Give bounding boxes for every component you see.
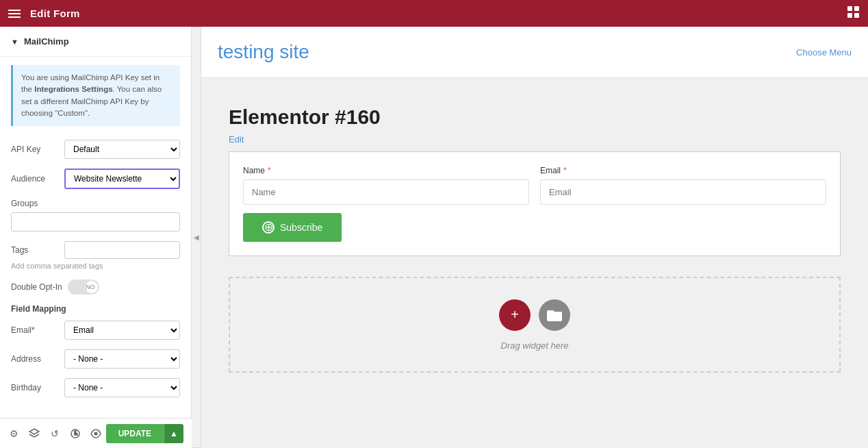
bottom-icons: ⚙ ↺ bbox=[8, 428, 101, 439]
sidebar: ▼ MailChimp You are using MailChimp API … bbox=[0, 27, 192, 448]
chevron-down-icon: ▼ bbox=[11, 38, 18, 46]
mailchimp-section-header: ▼ MailChimp bbox=[0, 27, 191, 57]
audience-row: Audience Website Newslette bbox=[11, 169, 180, 189]
svg-rect-0 bbox=[847, 6, 852, 11]
hamburger-icon[interactable] bbox=[8, 10, 21, 18]
settings-icon[interactable]: ⚙ bbox=[8, 428, 19, 439]
svg-rect-7 bbox=[75, 434, 77, 435]
folder-button[interactable] bbox=[539, 299, 570, 331]
info-box: You are using MailChimp API Key set in t… bbox=[11, 65, 180, 126]
groups-label: Groups bbox=[11, 199, 180, 208]
bottom-toolbar: ⚙ ↺ UPDATE ▲ bbox=[0, 418, 192, 448]
api-key-row: API Key Default bbox=[11, 140, 180, 159]
double-optin-toggle[interactable]: NO bbox=[68, 279, 99, 295]
update-button[interactable]: UPDATE bbox=[106, 424, 164, 443]
birthday-mapping-row: Birthday - None - bbox=[11, 378, 180, 397]
site-title: testing site bbox=[218, 41, 309, 63]
info-bold: Integrations Settings bbox=[34, 85, 112, 93]
name-field: Name * bbox=[243, 166, 529, 205]
tags-input[interactable] bbox=[64, 241, 180, 259]
edit-link[interactable]: Edit bbox=[229, 134, 244, 145]
content-page: Elementor #160 Edit Name * Email bbox=[201, 78, 868, 448]
plus-circle-icon: ⊕ bbox=[262, 221, 275, 234]
add-widget-button[interactable]: + bbox=[499, 299, 531, 331]
grid-icon[interactable] bbox=[847, 6, 860, 21]
groups-section: Groups bbox=[11, 199, 180, 232]
layers-icon[interactable] bbox=[29, 428, 40, 439]
drop-zone-text: Drag widget here bbox=[501, 340, 569, 351]
drop-zone: + Drag widget here bbox=[229, 277, 841, 373]
birthday-mapping-label: Birthday bbox=[11, 383, 59, 393]
tags-hint: Add comma separated tags bbox=[11, 262, 180, 270]
collapse-handle[interactable]: ◀ bbox=[192, 27, 201, 448]
svg-rect-3 bbox=[854, 13, 859, 18]
email-input[interactable] bbox=[540, 179, 826, 205]
double-optin-row: Double Opt-In NO bbox=[11, 279, 180, 295]
page-heading: Elementor #160 bbox=[229, 105, 841, 129]
groups-input[interactable] bbox=[11, 212, 180, 232]
content-top-nav: testing site Choose Menu bbox=[201, 27, 868, 78]
tags-row: Tags bbox=[11, 241, 180, 259]
api-key-label: API Key bbox=[11, 145, 59, 154]
field-mapping-title: Field Mapping bbox=[11, 304, 180, 314]
api-key-select[interactable]: Default bbox=[64, 140, 180, 159]
subscribe-label: Subscribe bbox=[280, 222, 322, 233]
content-area: testing site Choose Menu Elementor #160 … bbox=[201, 27, 868, 448]
svg-point-8 bbox=[94, 432, 98, 435]
name-label: Name * bbox=[243, 166, 529, 175]
address-mapping-label: Address bbox=[11, 354, 59, 364]
audience-select[interactable]: Website Newslette bbox=[64, 169, 180, 189]
email-field: Email * bbox=[540, 166, 826, 205]
email-required-star: * bbox=[563, 166, 567, 175]
form-fields-row: Name * Email * bbox=[243, 166, 826, 205]
update-arrow-button[interactable]: ▲ bbox=[164, 424, 183, 443]
double-optin-label: Double Opt-In bbox=[11, 282, 62, 292]
mailchimp-label: MailChimp bbox=[24, 36, 69, 47]
form-container: Name * Email * ⊕ Subsc bbox=[229, 151, 841, 256]
tags-label: Tags bbox=[11, 245, 59, 255]
svg-marker-4 bbox=[29, 429, 39, 434]
top-bar-title: Edit Form bbox=[30, 8, 80, 19]
email-mapping-label: Email* bbox=[11, 325, 59, 335]
birthday-mapping-select[interactable]: - None - bbox=[64, 378, 180, 397]
audience-label: Audience bbox=[11, 174, 59, 184]
choose-menu-button[interactable]: Choose Menu bbox=[796, 47, 852, 58]
svg-rect-2 bbox=[847, 13, 852, 18]
preview-icon[interactable] bbox=[90, 428, 101, 439]
history-icon[interactable] bbox=[70, 428, 81, 439]
address-mapping-row: Address - None - bbox=[11, 349, 180, 369]
top-bar: Edit Form bbox=[0, 0, 868, 27]
email-mapping-row: Email* Email bbox=[11, 321, 180, 340]
svg-rect-1 bbox=[854, 6, 859, 11]
subscribe-button[interactable]: ⊕ Subscribe bbox=[243, 213, 342, 242]
page-title-area: Elementor #160 Edit bbox=[229, 105, 841, 145]
undo-icon[interactable]: ↺ bbox=[49, 428, 60, 439]
name-input[interactable] bbox=[243, 179, 529, 205]
email-label: Email * bbox=[540, 166, 826, 175]
name-required-star: * bbox=[268, 166, 271, 175]
drop-zone-icons: + bbox=[499, 299, 570, 331]
address-mapping-select[interactable]: - None - bbox=[64, 349, 180, 369]
email-mapping-select[interactable]: Email bbox=[64, 321, 180, 340]
update-group: UPDATE ▲ bbox=[106, 424, 183, 443]
